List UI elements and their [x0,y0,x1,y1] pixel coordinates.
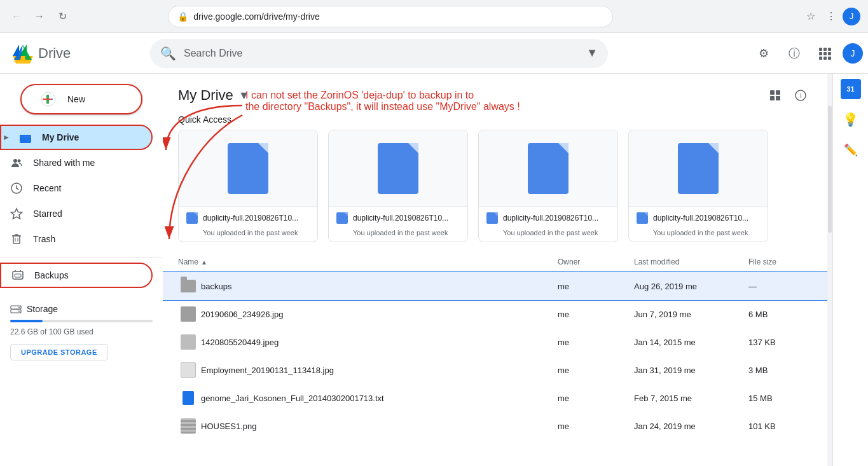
scrollbar-area[interactable] [827,74,832,466]
folder-icon [181,280,196,292]
file-row-name: backups [198,282,558,291]
file-row-name: HOUSES1.png [198,421,558,431]
file-row-modified: Jan 14, 2015 me [634,338,748,347]
file-row[interactable]: genome_Jari_Kosonen_Full_20140302001713.… [163,384,827,412]
image-thumbnail [181,306,196,322]
search-input[interactable] [184,48,579,59]
file-card-name: duplicity-full.20190826T10... [503,214,610,223]
file-card[interactable]: duplicity-full.20190826T10... You upload… [178,130,318,242]
file-row[interactable]: Employment_20190131_113418.jpg me Jan 31… [163,356,827,384]
svg-rect-6 [828,48,831,51]
grid-view-button[interactable] [764,84,787,107]
file-card[interactable]: duplicity-full.20190826T10... You upload… [328,130,468,242]
file-card-subtitle: You uploaded in the past week [629,229,768,242]
file-card-name: duplicity-full.20190826T10... [203,214,310,223]
sidebar-trash-label: Trash [33,234,55,244]
file-row-name: Employment_20190131_113418.jpg [198,366,558,375]
file-doc-icon [528,143,568,194]
help-icon-button[interactable]: ⓘ [782,41,807,66]
search-bar[interactable]: 🔍 ▼ [150,39,608,68]
address-bar[interactable]: 🔒 drive.google.com/drive/my-drive [168,6,613,27]
sidebar-item-recent[interactable]: Recent [0,175,153,201]
page-title: My Drive [178,87,233,104]
file-card-type-icon [336,212,348,224]
browser-right-actions: ☆ ⋮ J [802,8,860,25]
page-title-dropdown[interactable]: ▼ [238,89,250,102]
info-button[interactable]: i [789,84,812,107]
file-doc-icon [378,143,418,194]
svg-rect-24 [13,236,20,243]
image-icon-wrap [178,334,198,350]
file-row-size: 101 KB [748,421,812,431]
svg-rect-5 [823,48,827,51]
content-header-actions: i [764,84,812,107]
file-row-name: 20190606_234926.jpg [198,310,558,319]
svg-rect-11 [823,57,827,60]
trash-icon [10,233,23,245]
col-modified-header: Last modified [634,257,748,266]
settings-icon-button[interactable]: ⚙ [751,41,776,66]
svg-rect-34 [776,96,780,100]
sidebar-item-starred[interactable]: Starred [0,201,153,226]
svg-point-21 [18,160,21,163]
svg-rect-32 [776,90,780,95]
file-card-preview [329,130,467,207]
browser-profile-avatar[interactable]: J [843,8,860,25]
sidebar-item-trash[interactable]: Trash [0,226,153,252]
sidebar-starred-label: Starred [33,209,62,219]
my-drive-chevron: ► [3,133,10,142]
image-thumbnail [181,334,196,350]
search-dropdown-icon[interactable]: ▼ [586,46,598,60]
browser-chrome: ← → ↻ 🔒 drive.google.com/drive/my-drive … [0,0,868,33]
svg-rect-25 [13,271,23,279]
sidebar-item-shared[interactable]: Shared with me [0,150,153,175]
sidebar-item-my-drive[interactable]: ► My Drive [0,125,153,150]
sort-icon: ▲ [201,259,207,266]
file-row-name: 1420805520449.jpeg [198,338,558,347]
reload-button[interactable]: ↻ [53,8,71,25]
storage-icon [10,303,22,315]
bookmark-button[interactable]: ☆ [802,8,820,25]
menu-button[interactable]: ⋮ [822,8,840,25]
file-row[interactable]: HOUSES1.png me Jan 24, 2019 me 101 KB [163,412,827,440]
svg-point-20 [13,159,17,163]
col-name-header[interactable]: Name ▲ [178,257,558,266]
new-button[interactable]: New [20,84,142,114]
tasks-icon[interactable]: ✏️ [841,140,861,160]
starred-icon [10,207,23,220]
svg-marker-3 [14,60,32,64]
file-card-name: duplicity-full.20190826T10... [653,214,760,223]
file-card[interactable]: duplicity-full.20190826T10... You upload… [478,130,618,242]
doc-thumbnail [183,391,194,405]
scrollbar-thumb[interactable] [828,106,832,233]
sidebar-item-backups[interactable]: Backups [0,263,153,288]
apps-grid-button[interactable] [812,41,837,66]
svg-point-30 [18,311,20,312]
file-row[interactable]: 1420805520449.jpeg me Jan 14, 2015 me 13… [163,328,827,356]
file-card-subtitle: You uploaded in the past week [179,229,317,242]
storage-bar-fill [10,320,43,322]
file-row-size: 15 MB [748,394,812,403]
file-row[interactable]: 20190606_234926.jpg me Jun 7, 2019 me 6 … [163,300,827,328]
calendar-widget[interactable]: 31 [841,79,861,99]
file-row-owner: me [558,338,634,347]
svg-rect-8 [823,52,827,55]
file-row-owner: me [558,421,634,431]
svg-rect-10 [819,57,822,60]
sidebar-backups-label: Backups [34,270,69,280]
file-card-preview [479,130,617,207]
file-card[interactable]: duplicity-full.20190826T10... You upload… [628,130,768,242]
app-title: Drive [38,45,71,62]
user-avatar[interactable]: J [843,43,863,64]
upgrade-storage-button[interactable]: UPGRADE STORAGE [10,344,108,360]
forward-button[interactable]: → [31,8,48,25]
logo-area: Drive [5,41,145,66]
file-row[interactable]: backups me Aug 26, 2019 me — [163,272,827,300]
shared-icon [10,156,23,169]
back-button[interactable]: ← [8,8,25,25]
file-row-owner: me [558,282,634,291]
file-card-type-icon [486,212,498,224]
image-icon-wrap [178,362,198,378]
keep-icon[interactable]: 💡 [841,109,861,130]
file-doc-icon [678,143,719,194]
